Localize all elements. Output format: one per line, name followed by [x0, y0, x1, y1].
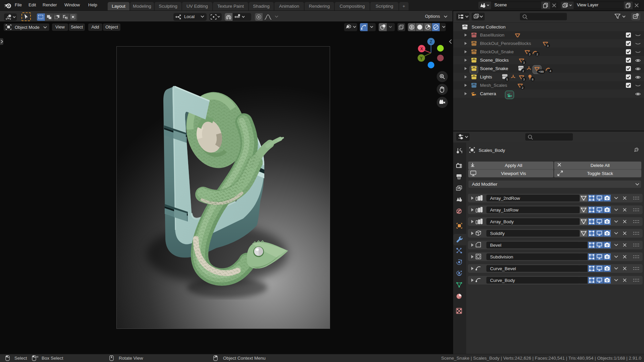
svg-text:Y: Y: [420, 56, 423, 61]
svg-text:Box Select: Box Select: [42, 356, 63, 361]
svg-text:BlockOut_Snake: BlockOut_Snake: [480, 49, 514, 54]
svg-text:3: 3: [523, 77, 525, 81]
svg-text:Lights: Lights: [480, 74, 492, 79]
svg-text:Bevel: Bevel: [490, 243, 501, 248]
svg-text:Curve_Body: Curve_Body: [490, 278, 515, 283]
svg-text:Curve_Bevel: Curve_Bevel: [490, 266, 516, 271]
svg-text:Delete All: Delete All: [590, 163, 609, 168]
svg-text:Mesh_Scales: Mesh_Scales: [480, 83, 507, 88]
svg-text:Viewport Vis: Viewport Vis: [501, 171, 526, 176]
svg-text:Camera: Camera: [480, 91, 496, 96]
svg-text:3: 3: [547, 44, 548, 48]
svg-text:Scene_Blocks: Scene_Blocks: [480, 58, 509, 63]
svg-text:Solidify: Solidify: [490, 231, 505, 236]
svg-text:Rotate View: Rotate View: [119, 356, 143, 361]
svg-text:Select: Select: [14, 356, 27, 361]
svg-text:2: 2: [536, 52, 538, 56]
svg-text:Scales_Body: Scales_Body: [479, 148, 505, 153]
svg-text:5: 5: [506, 77, 508, 81]
svg-text:BlockOut_PenroseBlocks: BlockOut_PenroseBlocks: [480, 41, 531, 46]
svg-text:Array_Body: Array_Body: [490, 219, 514, 224]
svg-text:Scene_Snake | Scales_Body | Ve: Scene_Snake | Scales_Body | Verts:242,62…: [441, 356, 641, 361]
svg-text:+99: +99: [538, 70, 544, 73]
svg-text:3: 3: [529, 52, 530, 56]
svg-text:Z: Z: [430, 40, 432, 44]
svg-text:Array_2ndRow: Array_2ndRow: [490, 196, 520, 201]
svg-text:X: X: [420, 47, 423, 51]
svg-text:Subdivision: Subdivision: [490, 254, 513, 259]
svg-text:3: 3: [523, 61, 525, 64]
svg-text:BaseIllusion: BaseIllusion: [480, 33, 504, 38]
svg-text:Scene Collection: Scene Collection: [472, 24, 505, 29]
svg-text:Object Context Menu: Object Context Menu: [223, 356, 266, 361]
svg-text:Add Modifier: Add Modifier: [472, 182, 497, 187]
svg-text:4: 4: [549, 69, 551, 73]
svg-text:Toggle Stack: Toggle Stack: [587, 171, 613, 176]
svg-text:2: 2: [522, 86, 523, 89]
svg-text:2: 2: [522, 69, 524, 73]
svg-text:Array_1stRow: Array_1stRow: [490, 207, 519, 213]
svg-text:Scene_Snake: Scene_Snake: [480, 66, 508, 71]
svg-text:8: 8: [532, 77, 533, 81]
svg-text:Apply All: Apply All: [505, 163, 522, 168]
